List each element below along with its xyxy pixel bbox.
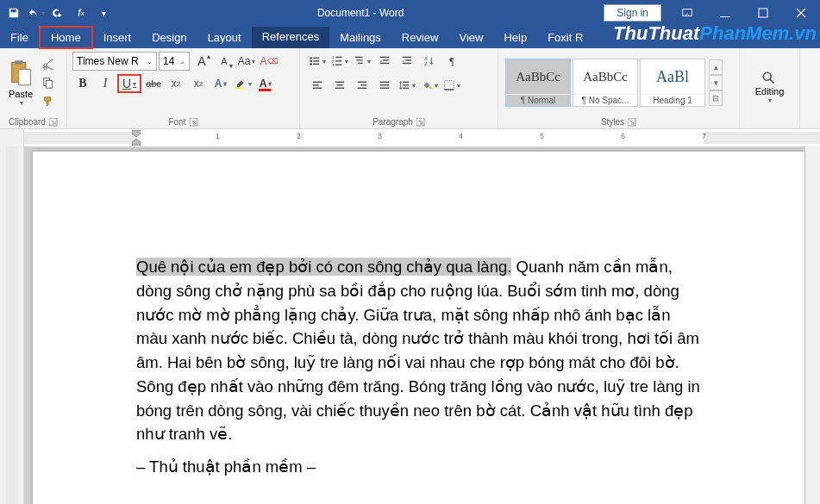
style-preview: AaBl (641, 59, 704, 94)
multilevel-list-button[interactable]: ▾ (352, 52, 372, 71)
document-area[interactable]: Quê nội của em đẹp bởi có con sông chảy … (24, 146, 820, 504)
page[interactable]: Quê nội của em đẹp bởi có con sông chảy … (33, 152, 804, 504)
superscript-button[interactable]: x2 (188, 74, 209, 93)
svg-rect-51 (445, 89, 454, 90)
tab-review[interactable]: Review (391, 28, 449, 47)
italic-button[interactable]: I (95, 74, 116, 93)
bold-button[interactable]: B (72, 74, 93, 93)
selected-text[interactable]: Quê nội của em đẹp bởi có con sông chảy … (136, 258, 511, 276)
tab-view[interactable]: View (448, 28, 493, 47)
grow-font-button[interactable]: A▴ (191, 52, 212, 71)
align-center-button[interactable] (329, 76, 350, 95)
qat-customize-button[interactable]: ▾ (93, 3, 114, 23)
group-editing: Editing ▾ (740, 48, 800, 128)
style-preview: AaBbCc (506, 59, 570, 94)
tab-design[interactable]: Design (141, 28, 197, 47)
save-button[interactable] (3, 3, 24, 23)
shading-button[interactable]: ▾ (419, 76, 440, 95)
dialog-launcher-icon[interactable] (416, 118, 425, 127)
vertical-ruler[interactable] (0, 146, 24, 504)
borders-button[interactable]: ▾ (441, 76, 462, 95)
svg-rect-38 (337, 84, 343, 85)
tab-references[interactable]: References (252, 27, 329, 48)
style-no-spacing[interactable]: AaBbCc ¶ No Spac... (573, 59, 638, 107)
svg-rect-26 (380, 57, 390, 58)
tab-mailings[interactable]: Mailings (329, 28, 391, 47)
dialog-launcher-icon[interactable] (190, 118, 198, 127)
sort-button[interactable]: AZ (419, 52, 440, 71)
svg-point-11 (310, 57, 312, 59)
bullets-button[interactable]: ▾ (307, 52, 328, 71)
dialog-launcher-icon[interactable] (628, 118, 636, 127)
svg-rect-48 (403, 88, 409, 89)
ribbon-options-button[interactable] (668, 1, 706, 25)
font-color-button[interactable]: A▾ (255, 74, 276, 93)
text-effects-button[interactable]: A▾ (210, 74, 231, 93)
svg-rect-41 (360, 84, 366, 85)
shrink-font-button[interactable]: A▾ (214, 52, 235, 71)
minimize-button[interactable] (706, 1, 744, 25)
font-size-combo[interactable]: 14⌄ (159, 52, 190, 71)
styles-scroll-down[interactable]: ▾ (709, 75, 723, 90)
cut-button[interactable] (40, 55, 57, 72)
align-right-button[interactable] (352, 76, 372, 95)
clear-label: A (260, 55, 266, 67)
tab-home[interactable]: Home (39, 26, 93, 49)
chevron-down-icon: ⌄ (179, 58, 185, 65)
paste-button[interactable]: Paste ▾ (3, 53, 38, 113)
align-left-button[interactable] (307, 76, 328, 95)
strikethrough-button[interactable]: abc (143, 74, 164, 93)
first-line-indent-marker[interactable] (132, 130, 141, 146)
paragraph-main[interactable]: Quê nội của em đẹp bởi có con sông chảy … (136, 255, 705, 446)
svg-rect-40 (358, 82, 367, 83)
styles-expand[interactable]: ⊟ (709, 90, 723, 106)
font-name-value: Times New R (77, 55, 139, 67)
svg-point-49 (429, 86, 432, 89)
dialog-launcher-icon[interactable] (49, 118, 58, 127)
change-case-button[interactable]: Aa▾ (236, 52, 257, 71)
underline-button[interactable]: U▾ (117, 74, 141, 93)
maximize-button[interactable] (744, 1, 782, 25)
paragraph-signature[interactable]: – Thủ thuật phần mềm – (136, 455, 705, 479)
redo-button[interactable] (48, 3, 69, 23)
justify-button[interactable] (374, 76, 395, 95)
editing-menu-button[interactable]: Editing ▾ (755, 71, 785, 104)
tab-foxit[interactable]: Foxit R (537, 28, 593, 47)
undo-button[interactable]: ▾ (26, 3, 47, 23)
line-spacing-button[interactable]: ▾ (397, 76, 417, 95)
vertical-scrollbar[interactable] (805, 146, 820, 504)
chevron-down-icon: ▾ (20, 99, 23, 107)
tab-help[interactable]: Help (493, 28, 537, 47)
style-heading-1[interactable]: AaBl Heading 1 (640, 59, 705, 107)
font-name-combo[interactable]: Times New R⌄ (72, 52, 157, 71)
styles-scroll-up[interactable]: ▴ (709, 59, 723, 75)
fx-button[interactable]: fx (71, 3, 91, 23)
horizontal-ruler[interactable]: 1234567 (0, 129, 820, 146)
numbering-icon: 123 (331, 55, 343, 67)
tab-insert[interactable]: Insert (93, 28, 142, 47)
document-body[interactable]: Quê nội của em đẹp bởi có con sông chảy … (136, 255, 705, 479)
svg-rect-34 (313, 82, 322, 83)
brush-icon (42, 96, 54, 108)
close-button[interactable] (782, 1, 820, 25)
svg-rect-0 (683, 9, 692, 16)
increase-indent-button[interactable] (397, 52, 417, 71)
highlight-button[interactable]: ▾ (233, 74, 254, 93)
numbering-button[interactable]: 123▾ (329, 52, 350, 71)
format-painter-button[interactable] (40, 93, 57, 110)
tab-layout[interactable]: Layout (197, 28, 252, 47)
style-normal[interactable]: AaBbCc ¶ Normal (505, 59, 571, 107)
show-marks-button[interactable]: ¶ (441, 52, 462, 71)
subscript-button[interactable]: x2 (166, 74, 186, 93)
paragraph-rest[interactable]: Quanh năm cần mẫn, dòng sông chở nặng ph… (136, 258, 700, 443)
svg-point-54 (764, 72, 772, 80)
copy-button[interactable] (40, 74, 57, 91)
align-center-icon (334, 79, 346, 91)
clear-formatting-button[interactable]: A⌫ (259, 52, 279, 71)
style-preview: AaBbCc (573, 59, 637, 94)
decrease-indent-button[interactable] (374, 52, 395, 71)
svg-rect-20 (335, 60, 341, 61)
sign-in-button[interactable]: Sign in (604, 4, 661, 22)
svg-rect-23 (355, 57, 363, 58)
tab-file[interactable]: File (0, 28, 39, 47)
